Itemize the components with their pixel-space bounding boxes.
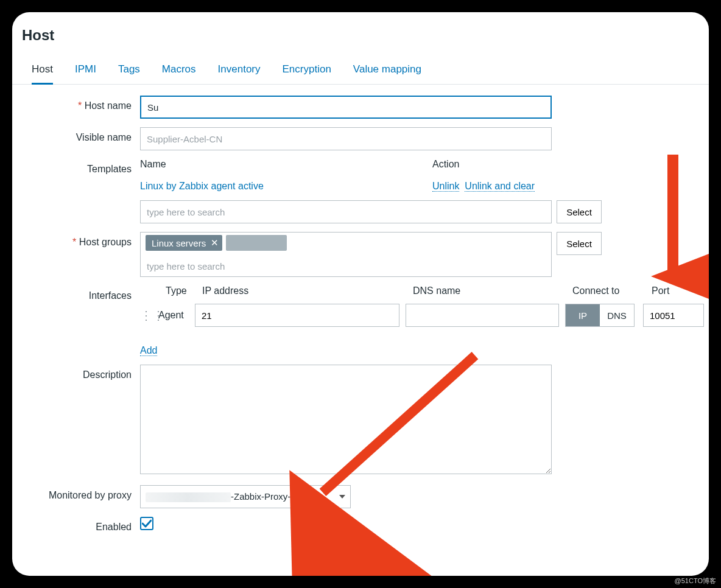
if-header-type: Type bbox=[166, 285, 202, 296]
description-label: Description bbox=[12, 365, 140, 380]
add-interface-link[interactable]: Add bbox=[140, 345, 157, 356]
tab-bar: Host IPMI Tags Macros Inventory Encrypti… bbox=[12, 58, 709, 85]
host-groups-select-button[interactable]: Select bbox=[557, 232, 602, 255]
connect-to-ip[interactable]: IP bbox=[566, 304, 600, 326]
enabled-checkbox[interactable] bbox=[140, 517, 153, 530]
if-header-ip: IP address bbox=[202, 285, 413, 296]
connect-to-dns[interactable]: DNS bbox=[600, 304, 634, 326]
tab-tags[interactable]: Tags bbox=[118, 58, 140, 84]
host-group-chip[interactable]: Linux servers ✕ bbox=[146, 235, 222, 251]
check-icon bbox=[142, 519, 152, 528]
templates-search-input[interactable] bbox=[146, 204, 546, 220]
proxy-label: Monitored by proxy bbox=[12, 485, 140, 501]
template-unlink[interactable]: Unlink bbox=[432, 181, 459, 192]
if-ip-input[interactable] bbox=[195, 304, 399, 327]
chip-remove-icon[interactable]: ✕ bbox=[211, 237, 219, 248]
chevron-down-icon bbox=[339, 495, 345, 499]
host-groups-label: * Host groups bbox=[12, 232, 140, 248]
description-textarea[interactable] bbox=[140, 365, 552, 474]
host-name-input[interactable] bbox=[140, 96, 552, 119]
templates-select-button[interactable]: Select bbox=[557, 200, 602, 223]
template-unlink-clear[interactable]: Unlink and clear bbox=[465, 181, 535, 192]
drag-handle-icon[interactable]: ⋮⋮ bbox=[140, 308, 158, 323]
tab-encryption[interactable]: Encryption bbox=[283, 58, 331, 84]
if-type: Agent bbox=[158, 310, 195, 321]
visible-name-label: Visible name bbox=[12, 127, 140, 143]
if-port-input[interactable] bbox=[643, 304, 704, 327]
templates-label: Templates bbox=[12, 159, 140, 175]
tab-ipmi[interactable]: IPMI bbox=[75, 58, 96, 84]
proxy-select-value: -Zabbix-Proxy- bbox=[146, 491, 305, 502]
if-dns-input[interactable] bbox=[406, 304, 559, 327]
host-group-chip-placeholder bbox=[226, 235, 287, 251]
connect-to-toggle[interactable]: IP DNS bbox=[565, 304, 635, 327]
if-header-dns: DNS name bbox=[413, 285, 572, 296]
host-name-label: * Host name bbox=[12, 96, 140, 111]
tab-host[interactable]: Host bbox=[32, 58, 53, 85]
templates-search[interactable] bbox=[140, 200, 552, 223]
templates-col-action: Action bbox=[432, 159, 459, 170]
proxy-select[interactable]: -Zabbix-Proxy- bbox=[140, 485, 351, 508]
template-linked-name[interactable]: Linux by Zabbix agent active bbox=[140, 181, 264, 191]
watermark: @51CTO博客 bbox=[675, 576, 716, 586]
if-header-connect: Connect to bbox=[572, 285, 652, 296]
tab-value-mapping[interactable]: Value mapping bbox=[353, 58, 421, 84]
host-groups-search-input[interactable] bbox=[146, 258, 546, 274]
visible-name-input[interactable] bbox=[140, 127, 552, 150]
tab-macros[interactable]: Macros bbox=[162, 58, 196, 84]
host-groups-input[interactable]: Linux servers ✕ bbox=[140, 232, 552, 277]
enabled-label: Enabled bbox=[12, 517, 140, 533]
if-header-port: Port bbox=[652, 285, 669, 296]
templates-col-name: Name bbox=[140, 159, 432, 170]
page-title: Host bbox=[12, 23, 709, 58]
interfaces-label: Interfaces bbox=[12, 285, 140, 301]
host-group-chip-label: Linux servers bbox=[152, 238, 206, 248]
tab-inventory[interactable]: Inventory bbox=[218, 58, 261, 84]
